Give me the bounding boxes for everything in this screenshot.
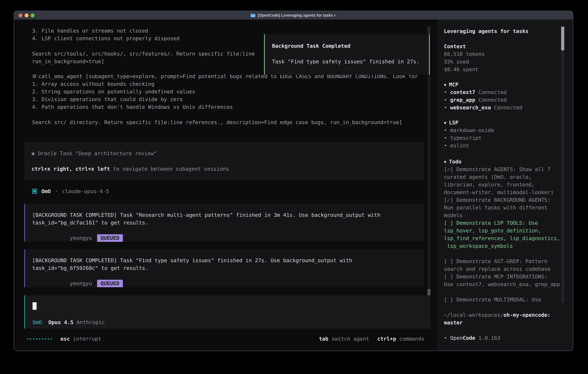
task-user: yeongyu xyxy=(70,235,92,241)
text-line: lsp_workspace_symbols xyxy=(444,242,560,250)
status-dot-icon: • xyxy=(444,97,447,103)
notification-title: Background Task Completed xyxy=(272,42,350,50)
scrollback-text: 3. File handles or streams not closed4. … xyxy=(32,27,255,65)
text-line: Search src/ directory. Return specific f… xyxy=(32,118,418,126)
text-line: • OpenCode 1.0.163 xyxy=(444,334,560,342)
text-line: models xyxy=(444,211,560,219)
sidebar: Leveraging agents for tasks Context 66,5… xyxy=(437,20,573,351)
agent-model: claude-opus-4-5 xyxy=(62,187,109,195)
agent-header[interactable]: OmO · claude-opus-4-5 xyxy=(32,187,109,195)
lsp-item: • eslint xyxy=(444,142,560,149)
prompt-input[interactable]: OmO Opus 4.5 Anthropic xyxy=(24,295,430,329)
close-window-button[interactable] xyxy=(19,13,22,17)
main-scrollbar-thumb[interactable] xyxy=(427,289,430,295)
oracle-nav-hint: ctrl+x right, ctrl+x left to navigate be… xyxy=(32,165,229,173)
lsp-section: ▼ LSP • markdown-oxide • typescript • es… xyxy=(444,119,560,149)
context-heading: Context xyxy=(444,42,560,50)
text-line: [ ] Demonstrate MCP INTEGRATIONS: xyxy=(444,273,560,280)
agent-separator: · xyxy=(55,187,58,195)
text-line xyxy=(444,303,560,311)
ctrlp-key-hint: ctrl+p xyxy=(377,335,396,343)
window-controls xyxy=(19,11,35,20)
main-scrollbar-track-cap xyxy=(427,27,430,34)
status-bar: ▪▪▪▪▪▪▪▪▪ esc interrupt tab switch agent… xyxy=(14,335,437,343)
text-line: ~/local-workspaces/oh-my-opencode: xyxy=(444,311,560,319)
text-line: search and replace across codebase xyxy=(444,265,560,273)
text-line: Search src/tools/, src/hooks/, src/featu… xyxy=(32,50,255,58)
context-used: 33% used xyxy=(444,58,560,65)
app-window: [OpenCode] Leveraging agents for tasks ◐… xyxy=(14,11,573,351)
input-model: Opus 4.5 xyxy=(48,319,73,326)
queued-status-badge: QUEUED xyxy=(97,234,123,242)
text-line: 2. String operations on potentially unde… xyxy=(32,88,418,95)
queued-status-badge: QUEUED xyxy=(97,280,123,287)
terminal-main: 3. File handles or streams not closed4. … xyxy=(14,20,437,351)
text-line xyxy=(444,326,560,334)
todo-section: ▼ Todo [✓] Demonstrate AGENTS: Show all … xyxy=(444,158,560,342)
text-line: lsp_hover, lsp_goto_definition, xyxy=(444,227,560,234)
session-title: Leveraging agents for tasks xyxy=(444,27,560,35)
status-dot-icon: • xyxy=(444,135,447,141)
window-title: [OpenCode] Leveraging agents for tasks ◐ xyxy=(251,13,336,18)
text-line: [ ] Demonstrate MULTIMODAL: Use xyxy=(444,296,560,303)
input-provider: Anthropic xyxy=(76,319,105,326)
sidebar-scrollbar[interactable] xyxy=(561,26,564,303)
todo-heading[interactable]: ▼ Todo xyxy=(444,158,560,166)
background-task-notification[interactable]: Background Task Completed Task "Find typ… xyxy=(264,34,430,75)
mcp-item: • websearch_exa Connected xyxy=(444,104,560,111)
text-line: 3. File handles or streams not closed xyxy=(32,27,255,35)
todo-list: [✓] Demonstrate AGENTS: Show all 7curate… xyxy=(444,166,560,342)
collapse-icon: ▼ xyxy=(444,83,449,87)
text-line: 4. Path operations that don't handle Win… xyxy=(32,103,418,111)
context-section: Context 66,518 tokens 33% used $0.46 spe… xyxy=(444,42,560,73)
text-line xyxy=(444,288,560,296)
task-message-line1: [BACKGROUND TASK COMPLETED] Task "Find t… xyxy=(32,257,421,264)
mcp-heading[interactable]: ▼ MCP xyxy=(444,81,560,88)
tool-call-block: ⚙ call_omo_agent [subagent_type=explore,… xyxy=(32,73,418,126)
text-line: run_in_background=true] xyxy=(32,58,255,65)
status-dot-icon: • xyxy=(444,104,447,111)
background-task-message: [BACKGROUND TASK COMPLETED] Task "Resear… xyxy=(24,204,424,241)
text-line: 1. Array access without bounds checking xyxy=(32,80,418,88)
task-user: yeongyu xyxy=(70,280,92,286)
collapse-icon: ▼ xyxy=(444,120,449,125)
text-line xyxy=(32,111,418,118)
mcp-section: ▼ MCP • context7 Connected • grep_app Co… xyxy=(444,81,560,111)
status-dot-icon: • xyxy=(444,143,447,148)
titlebar: [OpenCode] Leveraging agents for tasks ◐ xyxy=(14,11,573,20)
text-line xyxy=(32,42,255,50)
mcp-item: • context7 Connected xyxy=(444,88,560,96)
text-line: [✓] Demonstrate AGENTS: Show all 7 xyxy=(444,166,560,173)
text-line: Use context7, websearch_exa, grep_app xyxy=(444,280,560,288)
minimize-window-button[interactable] xyxy=(25,13,29,17)
text-line: Run parallel tasks with different xyxy=(444,204,560,211)
text-cursor xyxy=(32,302,37,310)
text-line: [ ] Demonstrate AST-GREP: Pattern xyxy=(444,258,560,265)
input-agent-name: OmO xyxy=(32,319,42,326)
oracle-icon: ◉ xyxy=(32,150,38,156)
esc-key-label: interrupt xyxy=(73,335,101,343)
ctrlp-key-label: commands xyxy=(399,335,424,343)
lsp-item: • markdown-oxide xyxy=(444,126,560,134)
mcp-item: • grep_app Connected xyxy=(444,96,560,104)
text-line: lsp_find_references, lsp_diagnostics, xyxy=(444,234,560,242)
collapse-icon: ▼ xyxy=(444,159,449,165)
input-meta-row: OmO Opus 4.5 Anthropic xyxy=(32,319,105,326)
text-line xyxy=(444,250,560,258)
text-line: librarian, explore, frontend, xyxy=(444,181,560,188)
tab-key-label: switch agent xyxy=(331,335,369,343)
tab-key-hint: tab xyxy=(319,335,328,343)
context-spent: $0.46 spent xyxy=(444,65,560,73)
zoom-window-button[interactable] xyxy=(31,13,35,17)
task-message-meta: yeongyuQUEUED xyxy=(32,272,421,280)
context-tokens: 66,518 tokens xyxy=(444,50,560,58)
folder-icon xyxy=(251,13,256,18)
text-line: curated agents (OmO, oracle, xyxy=(444,173,560,181)
sidebar-scrollbar-thumb[interactable] xyxy=(561,27,564,50)
task-message-line1: [BACKGROUND TASK COMPLETED] Task "Resear… xyxy=(32,211,421,219)
lsp-heading[interactable]: ▼ LSP xyxy=(444,119,560,126)
background-task-message: [BACKGROUND TASK COMPLETED] Task "Find t… xyxy=(24,249,424,287)
agent-omo-icon xyxy=(32,189,37,194)
text-line: [ ] Demonstrate LSP TOOLS: Use xyxy=(444,219,560,227)
status-dot-icon: • xyxy=(444,127,447,133)
